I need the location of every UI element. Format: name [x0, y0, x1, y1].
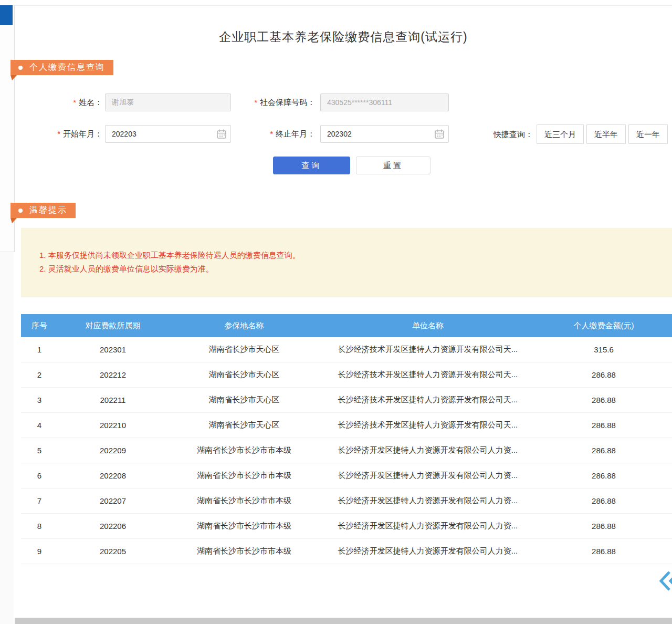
col-header-employer: 单位名称 [320, 321, 536, 331]
double-chevron-left-icon[interactable] [658, 569, 672, 592]
table-row: 9 202205 湖南省长沙市长沙市市本级 长沙经济开发区捷特人力资源开发有限公… [21, 539, 672, 564]
required-asterisk: * [270, 129, 273, 138]
table-body: 1 202301 湖南省长沙市天心区 长沙经济技术开发区捷特人力资源开发有限公司… [21, 337, 672, 564]
required-asterisk: * [254, 98, 257, 107]
bottom-scroll-bar[interactable] [15, 618, 672, 624]
query-button[interactable]: 查询 [273, 157, 350, 174]
cell-employer: 长沙经济开发区捷特人力资源开发有限公司人力资... [320, 496, 536, 506]
ssn-label: *社会保障号码： [226, 93, 315, 111]
end-month-input[interactable] [320, 125, 449, 143]
cell-period: 202205 [58, 547, 168, 556]
ribbon-fold [10, 218, 17, 224]
cell-index: 2 [21, 370, 58, 379]
cell-period: 202209 [58, 446, 168, 455]
cell-amount: 286.88 [536, 496, 672, 505]
cell-employer: 长沙经济技术开发区捷特人力资源开发有限公司天... [320, 370, 536, 380]
tips-notice-box: 1. 本服务仅提供尚未领取企业职工基本养老保险待遇人员的缴费信息查询。 2. 灵… [21, 228, 672, 297]
page: 企业职工基本养老保险缴费信息查询(试运行) 个人缴费信息查询 *姓名： *社会保… [0, 0, 672, 624]
table-row: 1 202301 湖南省长沙市天心区 长沙经济技术开发区捷特人力资源开发有限公司… [21, 337, 672, 362]
table-row: 2 202212 湖南省长沙市天心区 长沙经济技术开发区捷特人力资源开发有限公司… [21, 362, 672, 388]
end-month-label: *终止年月： [226, 125, 315, 143]
quick-option-last-half-year[interactable]: 近半年 [586, 124, 626, 144]
social-security-number-input [320, 93, 449, 111]
cell-index: 1 [21, 345, 58, 354]
section-tag-personal-payment-query: 个人缴费信息查询 [10, 60, 113, 75]
cell-index: 6 [21, 471, 58, 480]
bullet-dot-icon [18, 66, 23, 70]
cell-insured-place: 湖南省长沙市长沙市市本级 [168, 496, 320, 506]
cell-employer: 长沙经济开发区捷特人力资源开发有限公司人力资... [320, 546, 536, 556]
cell-insured-place: 湖南省长沙市长沙市市本级 [168, 445, 320, 455]
cell-period: 202211 [58, 396, 168, 404]
tips-line: 1. 本服务仅提供尚未领取企业职工基本养老保险待遇人员的缴费信息查询。 [39, 248, 672, 262]
cell-insured-place: 湖南省长沙市长沙市市本级 [168, 471, 320, 481]
cell-period: 202210 [58, 421, 168, 430]
table-row: 3 202211 湖南省长沙市天心区 长沙经济技术开发区捷特人力资源开发有限公司… [21, 388, 672, 413]
section-tag-tips: 温馨提示 [10, 203, 76, 218]
cell-index: 4 [21, 421, 58, 430]
col-header-amount: 个人缴费金额(元) [536, 321, 672, 331]
cell-amount: 286.88 [536, 421, 672, 430]
name-input [105, 93, 231, 111]
cell-employer: 长沙经济技术开发区捷特人力资源开发有限公司天... [320, 345, 536, 355]
cell-employer: 长沙经济技术开发区捷特人力资源开发有限公司天... [320, 420, 536, 430]
quick-query-label: 快捷查询： [486, 125, 533, 144]
col-header-period: 对应费款所属期 [58, 321, 168, 331]
sidebar-collapsed-tab[interactable] [0, 5, 13, 25]
cell-insured-place: 湖南省长沙市天心区 [168, 395, 320, 405]
section-tag-label: 温馨提示 [29, 205, 67, 216]
quick-option-last-3-months[interactable]: 近三个月 [537, 124, 584, 144]
col-header-insured-place: 参保地名称 [168, 321, 320, 331]
table-row: 8 202206 湖南省长沙市长沙市市本级 长沙经济开发区捷特人力资源开发有限公… [21, 514, 672, 539]
table-row: 4 202210 湖南省长沙市天心区 长沙经济技术开发区捷特人力资源开发有限公司… [21, 413, 672, 438]
required-asterisk: * [57, 129, 60, 138]
cell-employer: 长沙经济技术开发区捷特人力资源开发有限公司天... [320, 395, 536, 405]
cell-insured-place: 湖南省长沙市长沙市市本级 [168, 546, 320, 556]
start-month-label: *开始年月： [32, 125, 102, 143]
name-label: *姓名： [32, 93, 102, 111]
col-header-index: 序号 [21, 321, 58, 331]
start-month-input[interactable] [105, 125, 231, 143]
quick-query-group: 近三个月 近半年 近一年 [537, 124, 668, 144]
cell-index: 9 [21, 547, 58, 556]
cell-employer: 长沙经济开发区捷特人力资源开发有限公司人力资... [320, 521, 536, 531]
required-asterisk: * [73, 98, 76, 107]
reset-button[interactable]: 重置 [356, 157, 430, 174]
cell-period: 202208 [58, 471, 168, 480]
cell-index: 8 [21, 522, 58, 531]
bullet-dot-icon [18, 209, 23, 213]
table-row: 7 202207 湖南省长沙市长沙市市本级 长沙经济开发区捷特人力资源开发有限公… [21, 488, 672, 514]
cell-insured-place: 湖南省长沙市天心区 [168, 345, 320, 355]
cell-insured-place: 湖南省长沙市长沙市市本级 [168, 521, 320, 531]
tips-line: 2. 灵活就业人员的缴费单位信息以实际缴费为准。 [39, 262, 672, 276]
panel-top-border [15, 5, 672, 6]
cell-insured-place: 湖南省长沙市天心区 [168, 370, 320, 380]
cell-period: 202207 [58, 496, 168, 505]
page-title: 企业职工基本养老保险缴费信息查询(试运行) [15, 29, 672, 45]
cell-index: 5 [21, 446, 58, 455]
calendar-icon[interactable] [216, 129, 227, 139]
cell-amount: 286.88 [536, 471, 672, 480]
ribbon-fold [10, 75, 17, 81]
calendar-icon[interactable] [434, 129, 445, 139]
cell-period: 202212 [58, 370, 168, 379]
cell-employer: 长沙经济开发区捷特人力资源开发有限公司人力资... [320, 445, 536, 455]
section-tag-label: 个人缴费信息查询 [29, 62, 105, 73]
cell-index: 3 [21, 396, 58, 404]
cell-employer: 长沙经济开发区捷特人力资源开发有限公司人力资... [320, 471, 536, 481]
cell-amount: 286.88 [536, 396, 672, 404]
left-rail-lower [0, 252, 14, 624]
quick-option-last-year[interactable]: 近一年 [628, 124, 668, 144]
cell-period: 202301 [58, 345, 168, 354]
table-header-row: 序号 对应费款所属期 参保地名称 单位名称 个人缴费金额(元) [21, 314, 672, 337]
cell-amount: 286.88 [536, 522, 672, 531]
table-row: 6 202208 湖南省长沙市长沙市市本级 长沙经济开发区捷特人力资源开发有限公… [21, 463, 672, 488]
results-table: 序号 对应费款所属期 参保地名称 单位名称 个人缴费金额(元) 1 202301… [21, 314, 672, 564]
cell-period: 202206 [58, 522, 168, 531]
cell-amount: 315.6 [536, 345, 672, 354]
cell-amount: 286.88 [536, 547, 672, 556]
cell-amount: 286.88 [536, 446, 672, 455]
cell-insured-place: 湖南省长沙市天心区 [168, 420, 320, 430]
cell-index: 7 [21, 496, 58, 505]
table-row: 5 202209 湖南省长沙市长沙市市本级 长沙经济开发区捷特人力资源开发有限公… [21, 438, 672, 463]
